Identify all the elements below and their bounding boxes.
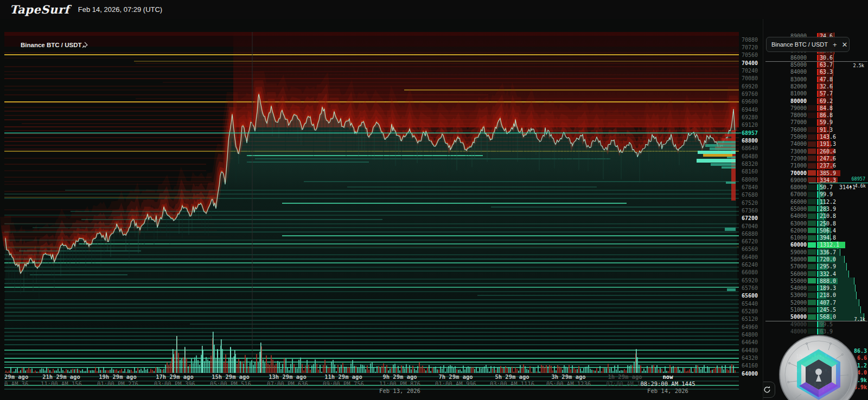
coin-watermark-logo — [778, 331, 859, 400]
size-value: 394.8 — [820, 234, 836, 241]
time-axis-tick-rel: 21h 29m ago — [42, 373, 80, 380]
order-book-row[interactable]: 8500063.7 — [763, 61, 868, 68]
time-axis-tick-abs: 11:00 PM 876 — [379, 380, 420, 387]
size-value: 99.5 — [820, 321, 833, 328]
size-value: 57.7 — [820, 90, 833, 97]
price-level: 53000 — [771, 292, 807, 299]
order-book-row[interactable]: 52000407.7 — [763, 299, 868, 306]
time-axis-tick-rel: 29m ago — [4, 373, 28, 380]
book-axis-line — [817, 213, 818, 219]
order-book-row[interactable]: 8400063.3 — [763, 68, 868, 75]
size-value: 506.4 — [820, 227, 836, 234]
price-axis-tick: 66720 — [742, 238, 758, 244]
time-axis-tick-rel: 7h 29m ago — [438, 373, 473, 380]
order-book-row[interactable]: 8300047.8 — [763, 76, 868, 83]
book-axis-line — [817, 221, 818, 227]
heat-cell — [808, 249, 816, 255]
order-book-row[interactable]: 71000237.6 — [763, 162, 868, 169]
order-book-row[interactable]: 7800086.8 — [763, 112, 868, 119]
order-book-row[interactable]: 70000385.9 — [763, 170, 868, 177]
order-book-row[interactable]: 600001312.1 — [763, 241, 868, 248]
order-book-row[interactable]: 8200032.6 — [763, 83, 868, 90]
book-axis-line — [817, 292, 818, 298]
order-book-row[interactable]: 4900099.5 — [763, 321, 868, 328]
order-book-row[interactable]: 8100057.7 — [763, 90, 868, 97]
order-book-row[interactable]: 61000394.8 — [763, 234, 868, 241]
book-axis-line — [817, 242, 818, 248]
order-book-row[interactable]: 58000720.0 — [763, 256, 868, 263]
order-book-row[interactable]: 54000189.3 — [763, 285, 868, 292]
order-book-row[interactable]: 7700059.9 — [763, 119, 868, 126]
order-book-row[interactable]: 72000247.6 — [763, 155, 868, 162]
order-book-row[interactable]: 7600091.3 — [763, 126, 868, 133]
order-book-row[interactable]: 8600030.6 — [763, 54, 868, 61]
order-book-row[interactable]: 65000283.9 — [763, 205, 868, 212]
heat-cell — [808, 256, 816, 262]
size-value: 59.9 — [820, 119, 833, 126]
size-value: 407.7 — [820, 299, 836, 306]
size-value: 143.6 — [820, 133, 836, 140]
plus-icon[interactable]: + — [833, 41, 837, 49]
size-value: 189.3 — [820, 285, 836, 292]
app-datetime: Feb 14, 2026, 07:29 (UTC) — [78, 5, 162, 14]
order-book-row[interactable]: 51000245.5 — [763, 306, 868, 313]
order-book-row[interactable]: 53000218.0 — [763, 292, 868, 299]
price-axis-tick: 67200 — [742, 215, 758, 221]
time-axis-tick-rel: 15h 29m ago — [212, 373, 250, 380]
price-level: 78000 — [771, 112, 807, 119]
order-book-row[interactable]: 62000506.4 — [763, 227, 868, 234]
price-axis-tick: 69280 — [742, 114, 758, 120]
order-book-row[interactable]: 57000295.9 — [763, 263, 868, 270]
order-book-row[interactable]: 55000888.0 — [763, 278, 868, 285]
time-axis-tick-abs: 01:00 AM 996 — [435, 380, 476, 387]
price-axis-tick: 69920 — [742, 83, 758, 89]
order-book-row[interactable]: 56000332.4 — [763, 270, 868, 278]
book-axis-line — [817, 285, 818, 291]
spread-price-line — [809, 183, 868, 183]
order-flow-heatmap-chart[interactable]: 7088070720705607040070240700806992069760… — [0, 19, 763, 400]
price-axis-tick: 68320 — [742, 161, 758, 167]
size-value: 1312.1 — [820, 241, 839, 248]
price-level: 49000 — [771, 321, 807, 328]
size-value: 283.9 — [820, 205, 836, 212]
heat-cell — [808, 228, 816, 233]
heat-cell — [808, 141, 816, 147]
order-book-row[interactable]: 64000210.8 — [763, 212, 868, 220]
refresh-button[interactable] — [763, 382, 775, 398]
time-axis-tick-abs: 07:00 AM 13 — [606, 380, 644, 387]
price-level: 64000 — [771, 212, 807, 220]
time-axis-tick-abs: 03:00 PM 396 — [154, 380, 195, 387]
time-axis-tick-abs: 03:00 AM 1116 — [490, 380, 534, 387]
heat-cell — [808, 134, 816, 140]
heat-cell — [808, 206, 816, 211]
pair-selector[interactable]: Binance BTC / USDT + ✕ — [766, 37, 850, 52]
price-level: 74000 — [771, 140, 807, 147]
heat-cell — [808, 307, 816, 313]
order-book-row[interactable]: 73000260.4 — [763, 148, 868, 155]
price-level: 57000 — [771, 263, 807, 270]
pair-selector-label: Binance BTC / USDT — [771, 41, 828, 48]
order-book-row[interactable]: 8000069.2 — [763, 98, 868, 105]
heat-cell — [808, 149, 816, 154]
order-book-row[interactable]: 63000250.8 — [763, 220, 868, 227]
order-book-row[interactable]: 6700099.9 — [763, 191, 868, 198]
heat-cell — [808, 235, 816, 241]
order-book-row[interactable]: 74000191.3 — [763, 140, 868, 147]
order-book-row[interactable]: 59000336.7 — [763, 249, 868, 256]
price-axis-tick: 64800 — [742, 332, 758, 338]
size-value: 63.7 — [820, 61, 833, 68]
price-axis-tick: 69120 — [742, 122, 758, 128]
price-level: 56000 — [771, 270, 807, 278]
price-level: 84000 — [771, 68, 807, 75]
book-axis-line — [817, 191, 818, 197]
close-icon[interactable]: ✕ — [842, 41, 848, 49]
order-book-row[interactable]: 7900084.8 — [763, 105, 868, 112]
order-book-row[interactable]: 75000143.6 — [763, 133, 868, 140]
price-axis-tick: 65600 — [742, 293, 758, 299]
time-axis-tick-abs: 01:00 PM 276 — [97, 380, 138, 387]
book-axis-line — [817, 206, 818, 212]
order-book-row[interactable]: 50000568.0 — [763, 313, 868, 320]
order-book-row[interactable]: 66000112.2 — [763, 198, 868, 205]
price-axis-tick: 64320 — [742, 355, 758, 361]
price-axis-tick: 70880 — [742, 37, 758, 43]
